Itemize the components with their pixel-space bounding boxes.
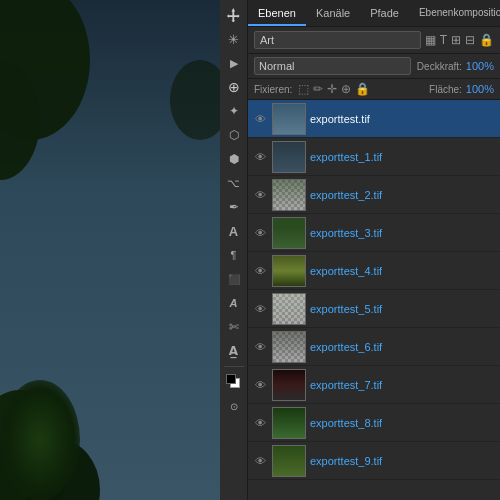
path-btn[interactable]: ¶ xyxy=(222,244,246,266)
filter-icon[interactable]: ▦ xyxy=(425,33,436,47)
layer-name: exporttest_2.tif xyxy=(310,189,496,201)
layer-item[interactable]: 👁exporttest_8.tif xyxy=(248,404,500,442)
lock-pixels-btn[interactable]: ⬚ xyxy=(298,82,309,96)
layer-item[interactable]: 👁exporttest_1.tif xyxy=(248,138,500,176)
tab-ebenen[interactable]: Ebenen xyxy=(248,2,306,26)
tab-pfade[interactable]: Pfade xyxy=(360,2,409,26)
layer-thumbnail xyxy=(272,445,306,477)
layer-thumbnail xyxy=(272,217,306,249)
layer-item[interactable]: 👁exporttest_9.tif xyxy=(248,442,500,480)
clone-btn[interactable]: ⬢ xyxy=(222,148,246,170)
heal-btn[interactable]: ✦ xyxy=(222,100,246,122)
blend-row: Normal Deckkraft: 100% xyxy=(248,54,500,79)
panel-tabs: Ebenen Kanäle Pfade Ebenenkomposition xyxy=(248,0,500,27)
layer-thumbnail xyxy=(272,141,306,173)
svg-point-4 xyxy=(0,390,70,500)
layer-name: exporttest_4.tif xyxy=(310,265,496,277)
layer-name: exporttest_8.tif xyxy=(310,417,496,429)
lock-move-btn[interactable]: ✛ xyxy=(327,82,337,96)
tab-komposition[interactable]: Ebenenkomposition xyxy=(409,2,500,26)
svg-point-7 xyxy=(170,60,220,140)
search-icons: ▦ T ⊞ ⊟ 🔒 xyxy=(425,33,494,47)
layer-name: exporttest_6.tif xyxy=(310,341,496,353)
layer-thumbnail xyxy=(272,103,306,135)
layer-name: exporttest_3.tif xyxy=(310,227,496,239)
lock-art-btn[interactable]: ⊕ xyxy=(341,82,351,96)
svg-rect-0 xyxy=(0,0,220,500)
layer-visibility-btn[interactable]: 👁 xyxy=(252,265,268,277)
layer-visibility-btn[interactable]: 👁 xyxy=(252,341,268,353)
play-btn[interactable]: ▶ xyxy=(222,52,246,74)
svg-point-2 xyxy=(0,0,90,140)
svg-point-3 xyxy=(0,60,40,180)
pen-btn[interactable]: ✒ xyxy=(222,196,246,218)
layer-item[interactable]: 👁exporttest_4.tif xyxy=(248,252,500,290)
lock-icons: ⬚ ✏ ✛ ⊕ 🔒 xyxy=(298,82,370,96)
brush-btn[interactable]: ⬡ xyxy=(222,124,246,146)
layers-panel: Ebenen Kanäle Pfade Ebenenkomposition ▦ … xyxy=(248,0,500,500)
layer-item[interactable]: 👁exporttest_7.tif xyxy=(248,366,500,404)
opacity-row: Deckkraft: 100% xyxy=(417,60,494,72)
layer-item[interactable]: 👁exporttest.tif xyxy=(248,100,500,138)
layer-visibility-btn[interactable]: 👁 xyxy=(252,227,268,239)
canvas-area xyxy=(0,0,220,500)
fixieren-label: Fixieren: xyxy=(254,84,292,95)
layer-item[interactable]: 👁exporttest_2.tif xyxy=(248,176,500,214)
effect-icon[interactable]: ⊞ xyxy=(451,33,461,47)
layer-visibility-btn[interactable]: 👁 xyxy=(252,455,268,467)
search-bar: ▦ T ⊞ ⊟ 🔒 xyxy=(248,27,500,54)
tab-kanaele[interactable]: Kanäle xyxy=(306,2,360,26)
lock-draw-btn[interactable]: ✏ xyxy=(313,82,323,96)
zoom-btn[interactable]: A̲ xyxy=(222,340,246,362)
color-swatches-btn[interactable] xyxy=(222,371,246,393)
hand-btn[interactable]: ✄ xyxy=(222,316,246,338)
layer-thumbnail xyxy=(272,255,306,287)
layer-name: exporttest_7.tif xyxy=(310,379,496,391)
lock-all-btn[interactable]: 🔒 xyxy=(355,82,370,96)
opacity-value[interactable]: 100% xyxy=(466,60,494,72)
svg-marker-8 xyxy=(227,8,240,22)
eyedropper-btn[interactable]: ⊕ xyxy=(222,76,246,98)
divider xyxy=(224,366,244,367)
layer-item[interactable]: 👁exporttest_3.tif xyxy=(248,214,500,252)
note-btn[interactable]: A xyxy=(222,292,246,314)
layer-visibility-btn[interactable]: 👁 xyxy=(252,417,268,429)
type-icon[interactable]: T xyxy=(440,33,447,47)
layer-thumbnail xyxy=(272,179,306,211)
layer-item[interactable]: 👁exporttest_6.tif xyxy=(248,328,500,366)
layer-visibility-btn[interactable]: 👁 xyxy=(252,113,268,125)
layer-name: exporttest_1.tif xyxy=(310,151,496,163)
layer-thumbnail xyxy=(272,293,306,325)
lock-row: Fixieren: ⬚ ✏ ✛ ⊕ 🔒 Fläche: 100% xyxy=(248,79,500,100)
fill-value[interactable]: 100% xyxy=(466,83,494,95)
mode2-icon[interactable]: ⊟ xyxy=(465,33,475,47)
layers-list: 👁exporttest.tif👁exporttest_1.tif👁exportt… xyxy=(248,100,500,500)
layer-name: exporttest.tif xyxy=(310,113,496,125)
svg-rect-1 xyxy=(0,0,220,500)
layer-item[interactable]: 👁exporttest_5.tif xyxy=(248,290,500,328)
fill-label: Fläche: xyxy=(429,84,462,95)
layer-visibility-btn[interactable]: 👁 xyxy=(252,303,268,315)
text-btn[interactable]: A xyxy=(222,220,246,242)
layer-visibility-btn[interactable]: 👁 xyxy=(252,189,268,201)
svg-point-6 xyxy=(0,440,30,500)
layer-thumbnail xyxy=(272,369,306,401)
toolbar: ✳ ▶ ⊕ ✦ ⬡ ⬢ ⌥ ✒ A ¶ ⬛ A ✄ A̲ ⊙ xyxy=(220,0,248,500)
layer-visibility-btn[interactable]: 👁 xyxy=(252,379,268,391)
eraser-btn[interactable]: ⌥ xyxy=(222,172,246,194)
mode-btn[interactable]: ⊙ xyxy=(222,395,246,417)
opacity-label: Deckkraft: xyxy=(417,61,462,72)
blend-mode-select[interactable]: Normal xyxy=(254,57,411,75)
search-input[interactable] xyxy=(254,31,421,49)
layer-thumbnail xyxy=(272,407,306,439)
layer-visibility-btn[interactable]: 👁 xyxy=(252,151,268,163)
shape-btn[interactable]: ⬛ xyxy=(222,268,246,290)
layer-thumbnail xyxy=(272,331,306,363)
layer-name: exporttest_5.tif xyxy=(310,303,496,315)
fill-row: Fläche: 100% xyxy=(429,83,494,95)
select-tool-btn[interactable]: ✳ xyxy=(222,28,246,50)
layer-name: exporttest_9.tif xyxy=(310,455,496,467)
attr-icon[interactable]: 🔒 xyxy=(479,33,494,47)
move-tool-btn[interactable] xyxy=(222,4,246,26)
svg-point-5 xyxy=(20,440,100,500)
